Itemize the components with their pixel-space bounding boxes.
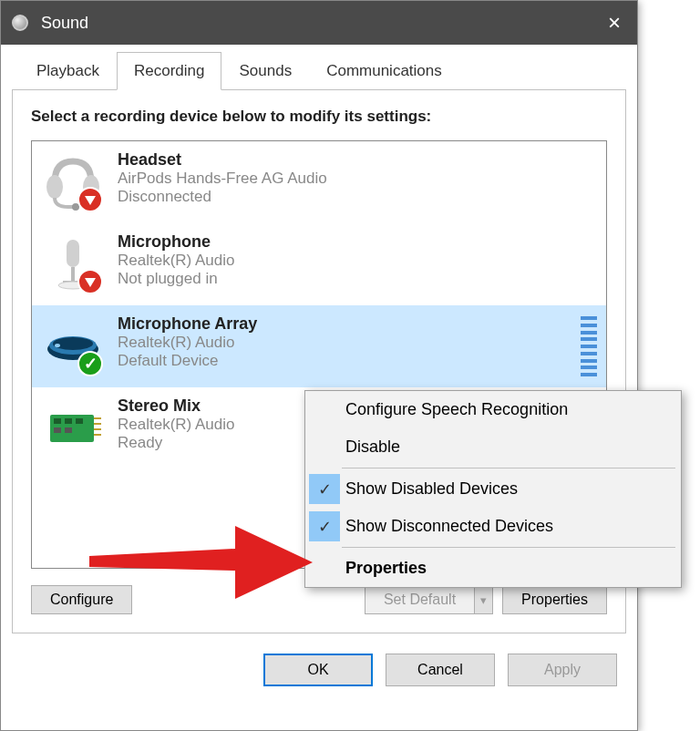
svg-point-10 [55,344,60,347]
svg-point-0 [46,175,63,199]
svg-rect-15 [54,427,61,433]
cm-label: Properties [345,559,427,578]
tab-strip: Playback Recording Sounds Communications [12,52,626,90]
close-icon[interactable]: × [608,10,621,36]
device-name: Headset [118,150,597,170]
set-default-button[interactable]: Set Default [365,585,474,614]
sound-dialog: Sound × Playback Recording Sounds Commun… [0,0,638,731]
svg-rect-12 [54,418,61,424]
default-badge-icon [77,351,103,376]
device-driver: Realtek(R) Audio [118,252,597,270]
mic-array-icon [41,314,105,378]
panel-buttons: Configure Set Default ▾ Properties [31,585,607,614]
configure-button[interactable]: Configure [31,585,132,614]
cm-show-disconnected[interactable]: Show Disconnected Devices [305,508,681,545]
cm-disable[interactable]: Disable [305,428,681,466]
disconnected-badge-icon [77,187,103,212]
check-icon [309,474,340,504]
properties-button[interactable]: Properties [502,585,607,614]
svg-point-9 [53,337,93,350]
cm-configure-speech[interactable]: Configure Speech Recognition [305,391,681,428]
device-status: Default Device [118,352,597,370]
svg-rect-16 [65,427,72,433]
set-default-dropdown[interactable]: ▾ [474,585,493,614]
cancel-button[interactable]: Cancel [386,654,495,686]
cm-label: Configure Speech Recognition [345,400,568,419]
cm-label: Disable [345,438,400,457]
device-mic-array[interactable]: Microphone Array Realtek(R) Audio Defaul… [32,305,606,387]
level-meter [581,316,597,376]
tab-sounds[interactable]: Sounds [221,52,309,90]
device-name: Microphone Array [118,314,597,334]
cm-properties[interactable]: Properties [305,550,681,587]
device-microphone[interactable]: Microphone Realtek(R) Audio Not plugged … [32,223,606,305]
sound-icon [12,15,28,31]
svg-rect-13 [65,418,72,424]
check-icon [309,511,340,541]
device-driver: Realtek(R) Audio [118,334,597,352]
stereo-mix-icon [41,396,105,460]
ok-button[interactable]: OK [263,654,373,686]
device-name: Microphone [118,232,597,252]
headset-icon [41,150,105,214]
device-headset[interactable]: Headset AirPods Hands-Free AG Audio Disc… [32,141,606,223]
apply-button[interactable]: Apply [508,654,617,686]
cm-separator [342,468,675,468]
window-title: Sound [41,14,88,33]
device-status: Disconnected [118,188,597,206]
cm-separator [342,547,675,548]
dialog-buttons: OK Cancel Apply [12,654,626,686]
tab-playback[interactable]: Playback [19,52,117,90]
svg-rect-14 [76,418,83,424]
device-status: Not plugged in [118,270,597,288]
instruction-text: Select a recording device below to modif… [31,108,607,126]
cm-show-disabled[interactable]: Show Disabled Devices [305,470,681,508]
set-default-split: Set Default ▾ [365,585,493,614]
unplugged-badge-icon [77,269,103,294]
tab-communications[interactable]: Communications [309,52,459,90]
dialog-content: Playback Recording Sounds Communications… [1,45,637,697]
svg-rect-3 [67,240,79,267]
context-menu: Configure Speech Recognition Disable Sho… [304,390,682,588]
tab-recording[interactable]: Recording [117,52,222,90]
titlebar: Sound × [1,1,637,45]
cm-label: Show Disconnected Devices [345,517,553,536]
device-driver: AirPods Hands-Free AG Audio [118,170,597,188]
microphone-icon [41,232,105,296]
cm-label: Show Disabled Devices [345,479,518,499]
